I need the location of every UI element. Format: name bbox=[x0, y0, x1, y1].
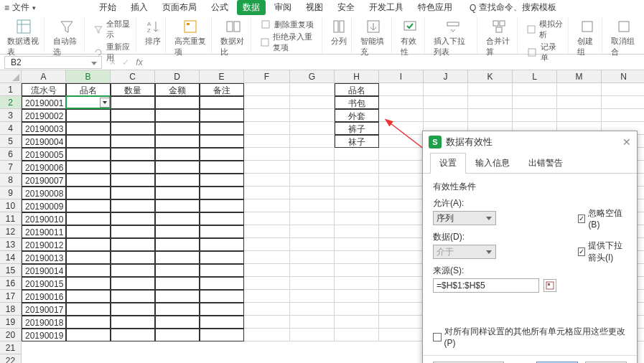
cell[interactable] bbox=[290, 148, 335, 161]
cell[interactable] bbox=[111, 161, 155, 174]
cell[interactable] bbox=[155, 238, 200, 251]
cell[interactable] bbox=[155, 212, 200, 225]
cell[interactable] bbox=[155, 109, 200, 122]
column-header[interactable]: J bbox=[424, 70, 468, 83]
column-header[interactable]: K bbox=[468, 70, 513, 83]
row-header[interactable]: 10 bbox=[0, 199, 22, 212]
cell[interactable] bbox=[111, 174, 155, 187]
row-header[interactable]: 11 bbox=[0, 212, 22, 225]
menu-tab-9[interactable]: 特色应用 bbox=[412, 0, 458, 15]
cell[interactable] bbox=[244, 161, 290, 174]
cell[interactable] bbox=[200, 161, 244, 174]
cell[interactable]: 20190008 bbox=[22, 187, 66, 199]
column-header[interactable]: M bbox=[557, 70, 602, 83]
cancel-icon[interactable]: ✕ bbox=[106, 57, 119, 67]
cell[interactable] bbox=[424, 109, 468, 122]
cell[interactable] bbox=[111, 329, 155, 341]
cell[interactable]: 流水号 bbox=[22, 83, 66, 96]
cell[interactable] bbox=[155, 187, 200, 199]
allow-select[interactable]: 序列 bbox=[433, 211, 496, 225]
highlight-dup-button[interactable]: 高亮重复项 bbox=[174, 19, 207, 57]
cell[interactable]: 20190002 bbox=[22, 109, 66, 122]
cell[interactable] bbox=[244, 109, 290, 122]
row-header[interactable]: 19 bbox=[0, 316, 22, 329]
cell[interactable] bbox=[335, 277, 379, 290]
cell[interactable] bbox=[379, 329, 424, 341]
cell[interactable] bbox=[513, 109, 557, 122]
cell[interactable] bbox=[557, 83, 602, 96]
validation-button[interactable]: 有效性 bbox=[401, 19, 420, 57]
cell[interactable] bbox=[111, 135, 155, 148]
cell[interactable]: 20190005 bbox=[22, 148, 66, 161]
cell[interactable]: 20190009 bbox=[22, 199, 66, 212]
cell[interactable] bbox=[290, 277, 335, 290]
cell[interactable] bbox=[244, 212, 290, 225]
data-compare-button[interactable]: 数据对比 bbox=[220, 19, 246, 57]
cell[interactable]: 数量 bbox=[111, 83, 155, 96]
cell[interactable] bbox=[379, 83, 424, 96]
cell[interactable] bbox=[290, 96, 335, 109]
cell[interactable] bbox=[335, 264, 379, 277]
dialog-titlebar[interactable]: S 数据有效性 ✕ bbox=[423, 131, 637, 153]
split-col-button[interactable]: 分列 bbox=[331, 19, 347, 47]
cell[interactable]: 书包 bbox=[335, 96, 379, 109]
cell[interactable] bbox=[379, 316, 424, 329]
show-all-button[interactable]: 全部显示 bbox=[93, 19, 131, 40]
cell[interactable] bbox=[111, 251, 155, 264]
cell[interactable] bbox=[290, 199, 335, 212]
select-all-corner[interactable] bbox=[0, 70, 22, 83]
file-menu[interactable]: ≡ 文件 ▾ bbox=[4, 1, 36, 14]
cell[interactable] bbox=[379, 277, 424, 290]
cell[interactable] bbox=[66, 187, 111, 199]
confirm-icon[interactable]: ✓ bbox=[119, 57, 132, 67]
cell[interactable] bbox=[66, 109, 111, 122]
cell[interactable] bbox=[335, 199, 379, 212]
cell[interactable] bbox=[200, 174, 244, 187]
cell[interactable] bbox=[513, 83, 557, 96]
cell[interactable] bbox=[379, 290, 424, 303]
source-input[interactable]: =$H$1:$H$5 bbox=[433, 278, 539, 293]
cell[interactable] bbox=[66, 225, 111, 238]
cell[interactable] bbox=[111, 212, 155, 225]
row-header[interactable]: 1 bbox=[0, 83, 22, 96]
cell[interactable] bbox=[290, 303, 335, 316]
cell[interactable] bbox=[244, 135, 290, 148]
row-header[interactable]: 21 bbox=[0, 341, 22, 354]
autofilter-button[interactable]: 自动筛选 bbox=[53, 19, 79, 57]
dropdown-arrow-checkbox[interactable]: ✓提供下拉箭头(I) bbox=[578, 240, 627, 264]
cell[interactable] bbox=[290, 212, 335, 225]
cell[interactable] bbox=[290, 109, 335, 122]
cell[interactable] bbox=[155, 329, 200, 341]
column-header[interactable]: A bbox=[22, 70, 66, 83]
menu-tab-4[interactable]: 数据 bbox=[237, 0, 266, 15]
cell[interactable]: 裤子 bbox=[335, 122, 379, 135]
cell[interactable] bbox=[290, 290, 335, 303]
close-icon[interactable]: ✕ bbox=[622, 136, 631, 148]
fill-button[interactable]: 智能填充 bbox=[360, 19, 386, 57]
column-header[interactable]: H bbox=[335, 70, 379, 83]
cell[interactable] bbox=[244, 316, 290, 329]
cell[interactable]: 品名 bbox=[335, 83, 379, 96]
cell[interactable] bbox=[290, 174, 335, 187]
cell[interactable] bbox=[335, 251, 379, 264]
cell[interactable] bbox=[244, 238, 290, 251]
fx-button[interactable]: fx bbox=[132, 57, 146, 67]
cell[interactable] bbox=[468, 96, 513, 109]
cell[interactable]: 20190016 bbox=[22, 290, 66, 303]
cell[interactable] bbox=[379, 148, 424, 161]
cell[interactable] bbox=[290, 135, 335, 148]
cell[interactable] bbox=[66, 264, 111, 277]
row-header[interactable]: 2 bbox=[0, 96, 22, 109]
row-header[interactable]: 17 bbox=[0, 290, 22, 303]
cell[interactable] bbox=[155, 199, 200, 212]
cell[interactable] bbox=[335, 161, 379, 174]
row-header[interactable]: 13 bbox=[0, 238, 22, 251]
cell[interactable] bbox=[111, 316, 155, 329]
cell[interactable] bbox=[66, 329, 111, 341]
cell[interactable] bbox=[111, 148, 155, 161]
pivot-table-button[interactable]: 数据透视表 bbox=[7, 19, 39, 57]
cell[interactable] bbox=[290, 238, 335, 251]
cell[interactable] bbox=[200, 238, 244, 251]
cell[interactable]: 20190019 bbox=[22, 329, 66, 341]
cell[interactable] bbox=[379, 174, 424, 187]
